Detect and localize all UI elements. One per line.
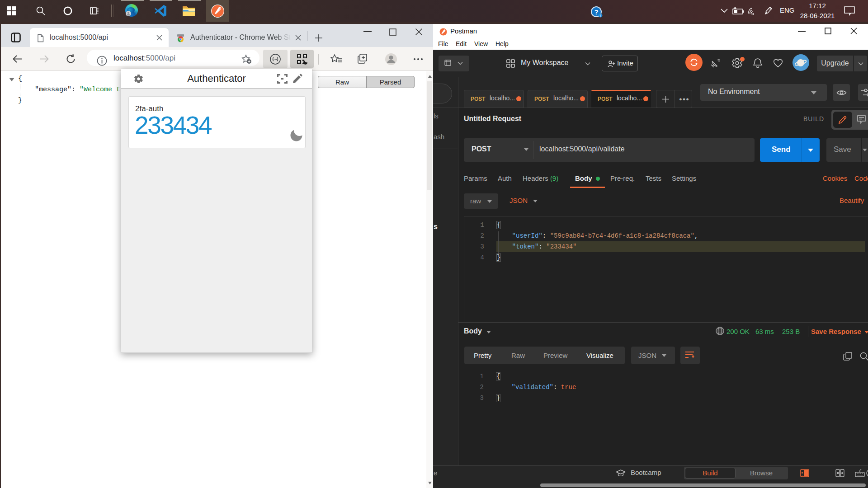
svg-text:?: ? <box>594 8 598 16</box>
